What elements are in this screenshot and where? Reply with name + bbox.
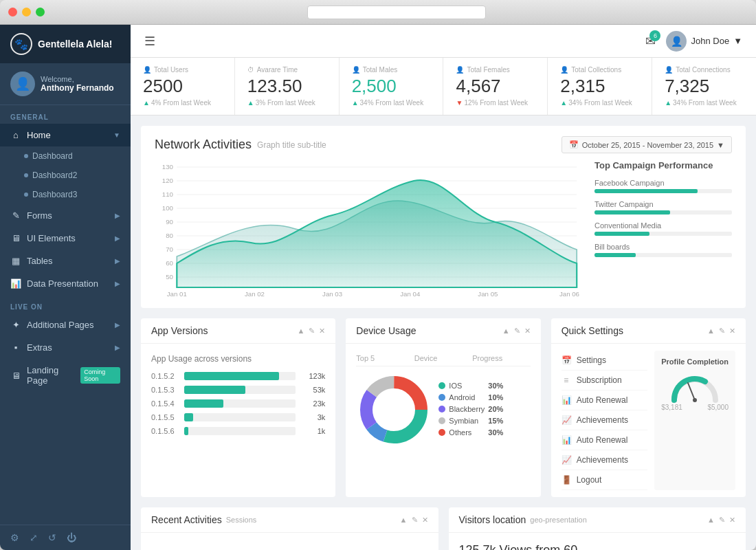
date-picker[interactable]: 📅 October 25, 2015 - November 23, 2015 ▼ xyxy=(562,136,732,153)
connections-icon: 👤 xyxy=(665,66,673,74)
wrench-icon2[interactable]: ✎ xyxy=(514,327,520,336)
up-arrow-icon3: ▲ xyxy=(352,99,359,107)
home-icon: ⌂ xyxy=(10,130,21,140)
campaign-bar-bg-twitter xyxy=(594,210,732,214)
collapse-icon[interactable]: ▲ xyxy=(297,327,304,336)
sidebar-item-landing-label: Landing Page xyxy=(27,365,75,386)
maximize-button[interactable] xyxy=(36,8,45,16)
sidebar-item-dashboard3[interactable]: Dashboard3 xyxy=(0,185,131,204)
user-menu[interactable]: 👤 John Doe ▼ xyxy=(666,31,742,52)
version-count-0: 123k xyxy=(301,372,325,380)
wrench-icon5[interactable]: ✎ xyxy=(719,516,725,525)
quick-settings-body: 📅 Settings ≡ Subscription 📊 Auto Renewal xyxy=(551,344,746,497)
up-arrow-icon5: ▲ xyxy=(665,99,671,107)
sessions-label: Sessions xyxy=(226,516,257,524)
stat-total-collections-label: 👤 Total Collections xyxy=(560,66,639,74)
sidebar-item-ui-elements[interactable]: 🖥 UI Elements ▶ xyxy=(0,227,131,250)
achievements-icon2: 📈 xyxy=(562,455,571,465)
sidebar-item-forms[interactable]: ✎ Forms ▶ xyxy=(0,204,131,227)
ios-pct: 30% xyxy=(488,382,503,390)
hamburger-icon[interactable]: ☰ xyxy=(144,34,155,49)
ui-elements-icon: 🖥 xyxy=(10,233,21,243)
version-label-4: 0.1.5.6 xyxy=(151,427,179,435)
profile-gauge xyxy=(667,369,722,400)
power-footer-icon[interactable]: ⏻ xyxy=(67,532,76,543)
forms-arrow-icon: ▶ xyxy=(115,212,120,219)
avatar: 👤 xyxy=(10,72,35,96)
qs-item-subscription[interactable]: ≡ Subscription xyxy=(562,371,648,390)
refresh-footer-icon[interactable]: ↺ xyxy=(48,532,56,543)
app-versions-title: App Versions xyxy=(151,325,208,336)
chart-body: 130 120 110 100 90 80 70 60 50 xyxy=(155,160,732,298)
minimize-button[interactable] xyxy=(22,8,31,16)
close-widget-icon2[interactable]: ✕ xyxy=(524,327,531,336)
visitors-title-row: Visitors location geo-presentation xyxy=(459,514,587,525)
svg-point-29 xyxy=(375,390,413,429)
recent-activities-body: Who Needs Sundance When You've Got Crowd… xyxy=(141,533,438,550)
close-widget-icon[interactable]: ✕ xyxy=(319,327,325,336)
mail-icon[interactable]: ✉ 6 xyxy=(645,34,656,49)
campaign-name-billboards: Bill boards xyxy=(594,243,732,251)
qs-item-logout[interactable]: 🚪 Logout xyxy=(562,470,648,490)
collapse-icon2[interactable]: ▲ xyxy=(502,327,510,336)
campaign-bar-bg-billboards xyxy=(594,253,732,257)
extras-icon: ▪ xyxy=(10,342,21,353)
version-label-3: 0.1.5.5 xyxy=(151,413,179,421)
device-col-label: Device xyxy=(414,354,472,362)
qs-item-achievements2[interactable]: 📈 Achievements xyxy=(562,450,648,470)
qs-item-achievements[interactable]: 📈 Achievements xyxy=(562,410,648,430)
window: demo.kimlabs.com 🐾 Gentellela Alela! 👤 W… xyxy=(0,0,756,550)
app-versions-controls: ▲ ✎ ✕ xyxy=(297,327,325,336)
sidebar-item-tables[interactable]: ▦ Tables ▶ xyxy=(0,250,131,272)
fullscreen-footer-icon[interactable]: ⤢ xyxy=(30,532,38,543)
collapse-icon4[interactable]: ▲ xyxy=(400,516,408,525)
device-usage-title: Device Usage xyxy=(356,325,416,336)
logo-icon: 🐾 xyxy=(10,33,32,55)
sidebar-item-home[interactable]: ⌂ Home ▼ xyxy=(0,124,131,146)
close-widget-icon5[interactable]: ✕ xyxy=(729,516,735,525)
version-bar-fill-1 xyxy=(184,386,245,394)
others-pct: 30% xyxy=(488,428,503,437)
sidebar-item-dashboard[interactable]: Dashboard xyxy=(0,146,131,166)
sidebar-item-landing-page[interactable]: 🖥 Landing Page Coming Soon xyxy=(0,359,131,392)
qs-achievements2-label: Achievements xyxy=(577,455,628,465)
up-arrow-icon4: ▲ xyxy=(560,99,567,107)
sidebar-item-extras[interactable]: ▪ Extras ▶ xyxy=(0,336,131,359)
sidebar-item-forms-label: Forms xyxy=(27,210,52,221)
collapse-icon5[interactable]: ▲ xyxy=(707,516,715,525)
qs-item-settings[interactable]: 📅 Settings xyxy=(562,351,648,371)
stat-total-connections: 👤 Total Connections 7,325 ▲ 34% From las… xyxy=(652,58,756,115)
wrench-icon4[interactable]: ✎ xyxy=(412,516,418,525)
campaign-name-facebook: Facebook Campaign xyxy=(594,179,732,187)
sidebar-item-data-presentation[interactable]: 📊 Data Presentation ▶ xyxy=(0,272,131,295)
sidebar-item-dashboard2[interactable]: Dashboard2 xyxy=(0,166,131,185)
app-versions-widget: App Versions ▲ ✎ ✕ App Usage across vers… xyxy=(141,318,335,497)
wrench-icon[interactable]: ✎ xyxy=(309,327,315,336)
content-scroll[interactable]: Network Activities Graph title sub-title… xyxy=(131,116,756,550)
close-widget-icon3[interactable]: ✕ xyxy=(729,327,735,336)
sidebar-item-ui-label: UI Elements xyxy=(27,233,76,243)
qs-logout-label: Logout xyxy=(577,475,602,485)
url-input[interactable]: demo.kimlabs.com xyxy=(307,6,486,19)
svg-text:Jan 02: Jan 02 xyxy=(245,291,265,298)
svg-text:110: 110 xyxy=(162,191,173,198)
qs-item-auto-renewal2[interactable]: 📊 Auto Renewal xyxy=(562,430,648,450)
app-layout: 🐾 Gentellela Alela! 👤 Welcome, Anthony F… xyxy=(0,25,756,550)
url-bar: demo.kimlabs.com xyxy=(45,6,748,19)
logo-text: Gentellela Alela! xyxy=(38,38,112,50)
svg-text:Jan 05: Jan 05 xyxy=(478,291,498,298)
version-row-1: 0.1.5.3 53k xyxy=(151,386,325,394)
settings-footer-icon[interactable]: ⚙ xyxy=(10,532,19,543)
close-widget-icon4[interactable]: ✕ xyxy=(422,516,428,525)
close-button[interactable] xyxy=(8,8,17,16)
wrench-icon3[interactable]: ✎ xyxy=(719,327,725,336)
forms-icon: ✎ xyxy=(10,210,21,221)
main-content: ☰ ✉ 6 👤 John Doe ▼ 👤 xyxy=(131,25,756,550)
collapse-icon3[interactable]: ▲ xyxy=(707,327,715,336)
chart-header: Network Activities Graph title sub-title… xyxy=(155,136,732,153)
legend-item-android: Android 10% xyxy=(438,393,503,402)
sidebar-item-additional-pages[interactable]: ✦ Additional Pages ▶ xyxy=(0,314,131,336)
qs-item-auto-renewal[interactable]: 📊 Auto Renewal xyxy=(562,390,648,410)
qs-achievements-label: Achievements xyxy=(577,415,628,425)
campaign-title: Top Campaign Performance xyxy=(594,160,732,170)
